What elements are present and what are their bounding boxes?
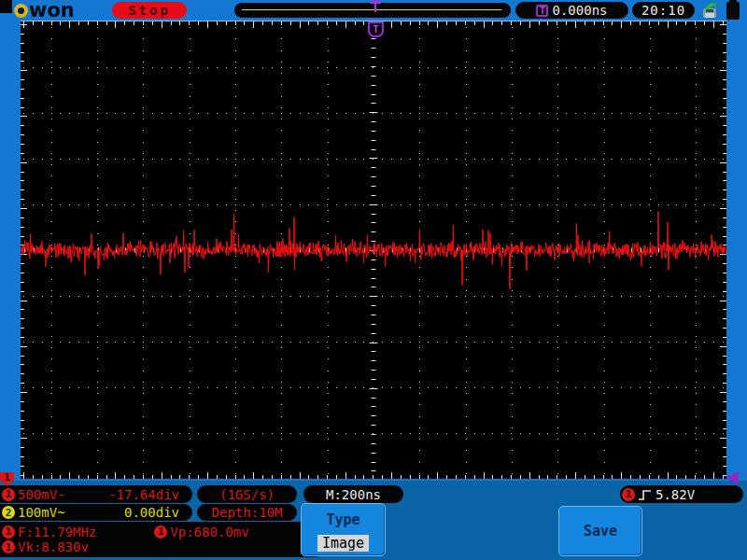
sample-rate-readout: (1GS/s) bbox=[197, 485, 297, 503]
status-bar: 1 500mV- -17.64div 2 100mV~ 0.00div (1GS… bbox=[0, 481, 747, 560]
rising-edge-icon bbox=[638, 488, 653, 501]
oscilloscope-screen: won Stop T 0.000ns 20:10 T 1 1 500mV- -1… bbox=[0, 0, 747, 560]
memory-depth-readout: Depth:10M bbox=[197, 504, 297, 521]
measurement-vk: 1 Vk:8.830v bbox=[2, 539, 89, 554]
waveform-canvas bbox=[21, 21, 726, 479]
ch1-volts-div: 500mV- bbox=[18, 487, 65, 502]
trigger-level-value: 5.82V bbox=[655, 487, 695, 502]
trigger-ch-badge: 1 bbox=[622, 488, 635, 501]
trigger-t-icon: T bbox=[536, 5, 548, 17]
ch1-position: -17.64div bbox=[108, 487, 179, 502]
owon-logo: won bbox=[14, 0, 75, 21]
memory-position-bar[interactable] bbox=[234, 3, 511, 18]
save-button[interactable]: Save bbox=[558, 506, 642, 556]
trigger-time-readout: T 0.000ns bbox=[515, 2, 628, 19]
owon-logo-text: won bbox=[29, 1, 75, 21]
corner-square bbox=[0, 0, 12, 13]
battery-icon bbox=[726, 2, 740, 20]
ch1-readout[interactable]: 1 500mV- -17.64div bbox=[0, 485, 192, 503]
run-state-badge[interactable]: Stop bbox=[112, 2, 187, 19]
memory-trigger-marker-icon[interactable] bbox=[370, 1, 381, 4]
measurement-vpp: 1 Vp:680.0mv bbox=[154, 525, 248, 539]
type-button-label: Type bbox=[302, 511, 385, 528]
ch1-badge: 1 bbox=[2, 488, 15, 501]
trigger-time-value: 0.000ns bbox=[552, 3, 607, 18]
measurement-ch-badge: 1 bbox=[2, 540, 15, 553]
save-button-label: Save bbox=[584, 523, 617, 539]
measurement-ch-badge: 1 bbox=[2, 525, 15, 539]
ch2-badge: 2 bbox=[2, 506, 15, 519]
ch2-volts-div: 100mV~ bbox=[18, 505, 65, 520]
measurement-frequency: 1 F:11.79MHz bbox=[2, 525, 96, 539]
memory-trace-line bbox=[242, 9, 501, 10]
measurement-ch-badge: 1 bbox=[154, 525, 167, 539]
timebase-readout[interactable]: M:200ns bbox=[303, 485, 403, 503]
run-state-label: Stop bbox=[128, 3, 171, 18]
usb-disk-icon bbox=[700, 3, 720, 19]
clock-readout: 20:10 bbox=[632, 2, 695, 19]
owon-logo-ring-icon bbox=[14, 4, 28, 18]
trigger-level-arrow-icon[interactable] bbox=[726, 471, 739, 484]
trigger-position-badge[interactable]: T bbox=[368, 21, 384, 37]
ch2-position: 0.00div bbox=[124, 505, 179, 520]
measurements-panel: 1 F:11.79MHz 1 Vp:680.0mv 1 Vk:8.830v bbox=[0, 522, 325, 557]
type-button[interactable]: Type Image bbox=[301, 503, 386, 556]
trigger-level-readout[interactable]: 1 5.82V bbox=[620, 485, 743, 503]
ch2-readout[interactable]: 2 100mV~ 0.00div bbox=[0, 504, 192, 521]
type-button-value: Image bbox=[317, 535, 369, 552]
waveform-display[interactable]: T bbox=[21, 21, 726, 479]
